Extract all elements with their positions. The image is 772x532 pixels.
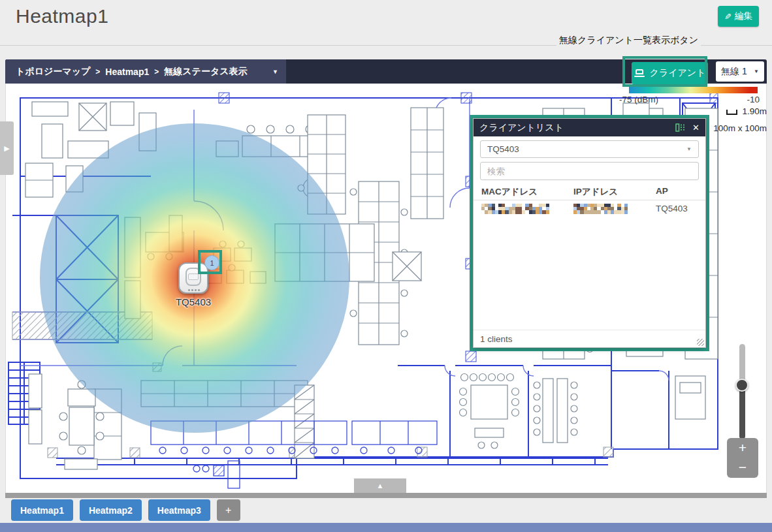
client-list-button[interactable]: クライアント (632, 62, 708, 84)
client-panel-device-select-value: TQ5403 (487, 144, 519, 154)
ruler-icon (726, 110, 737, 115)
legend-scale: 1.90m (726, 106, 767, 116)
breadcrumb: トポロジーマップ > Heatmap1 > 無線ステータス表示 ▼ (5, 59, 286, 84)
zoom-out-button[interactable]: − (727, 458, 758, 477)
column-ap: AP (656, 186, 668, 196)
radio-band-select-value: 無線 1 (721, 66, 747, 78)
column-mac-address: MACアドレス (481, 186, 538, 198)
legend-max-dbm: -10 (747, 95, 760, 104)
legend-map-size: 100m x 100m (713, 123, 767, 133)
map-toolbar: トポロジーマップ > Heatmap1 > 無線ステータス表示 ▼ クライアント… (5, 59, 767, 84)
heatmap-tab-bar: Heatmap1 Heatmap2 Heatmap3 + (11, 499, 240, 521)
zoom-slider-track[interactable] (739, 344, 745, 439)
breadcrumb-heatmap1[interactable]: Heatmap1 (105, 67, 149, 77)
tab-heatmap2[interactable]: Heatmap2 (80, 499, 142, 521)
chevron-down-icon: ▼ (754, 69, 759, 74)
client-panel-footer: 1 clients (474, 330, 705, 347)
footer-bar (0, 523, 772, 532)
signal-strength-gradient (629, 87, 758, 93)
app-root: Heatmap1 ✎ 編集 無線クライアント一覧表示ボタン トポロジーマップ >… (0, 0, 772, 532)
client-search-input[interactable] (480, 162, 699, 180)
ip-address-redacted (573, 204, 628, 214)
chevron-down-icon: ▼ (686, 146, 692, 152)
client-count-text: 1 clients (480, 334, 513, 344)
access-point-label: TQ5403 (161, 296, 226, 307)
breadcrumb-separator: > (95, 67, 100, 76)
pencil-icon: ✎ (724, 12, 732, 22)
page-title: Heatmap1 (16, 5, 108, 27)
legend-min-dbm: -75 (dBm) (619, 95, 658, 104)
bottom-drawer-expand-button[interactable]: ▲ (354, 478, 406, 493)
radio-band-select[interactable]: 無線 1 ▼ (716, 61, 764, 82)
breadcrumb-wireless-status[interactable]: 無線ステータス表示 (164, 66, 247, 78)
column-ip-address: IPアドレス (573, 186, 618, 198)
bottom-drawer-bar[interactable] (5, 493, 767, 498)
zoom-slider-thumb[interactable] (735, 379, 748, 392)
dock-panel-icon[interactable] (675, 123, 685, 132)
laptop-icon (634, 69, 645, 77)
annotation-client-button-note: 無線クライアント一覧表示ボタン (556, 35, 701, 46)
client-list-panel: クライアントリスト ✕ TQ5403 ▼ MACアドレス IPアドレス AP T… (473, 118, 706, 348)
client-panel-title: クライアントリスト (479, 122, 675, 134)
client-ap-name: TQ5403 (656, 204, 688, 213)
chevron-down-icon[interactable]: ▼ (272, 69, 278, 75)
client-list-button-label: クライアント (650, 67, 706, 79)
breadcrumb-topology-map[interactable]: トポロジーマップ (16, 66, 90, 78)
legend-scale-value: 1.90m (742, 106, 767, 116)
add-heatmap-button[interactable]: + (217, 499, 240, 521)
tab-heatmap1[interactable]: Heatmap1 (11, 499, 73, 521)
client-table-row[interactable]: TQ5403 (474, 201, 705, 219)
client-panel-device-select[interactable]: TQ5403 ▼ (480, 140, 699, 158)
annotation-box-badge (198, 250, 222, 274)
tab-heatmap3[interactable]: Heatmap3 (148, 499, 210, 521)
left-panel-expand-button[interactable]: ▶ (0, 121, 14, 175)
mac-address-redacted (481, 204, 549, 214)
panel-resize-handle[interactable] (697, 339, 704, 346)
client-table-header: MACアドレス IPアドレス AP (474, 184, 705, 200)
zoom-in-button[interactable]: + (727, 438, 758, 458)
close-icon[interactable]: ✕ (692, 123, 700, 133)
client-panel-header[interactable]: クライアントリスト ✕ (474, 119, 705, 136)
zoom-buttons: + − (727, 438, 758, 478)
edit-button[interactable]: ✎ 編集 (718, 6, 759, 27)
breadcrumb-separator: > (154, 67, 159, 76)
edit-button-label: 編集 (734, 10, 752, 22)
